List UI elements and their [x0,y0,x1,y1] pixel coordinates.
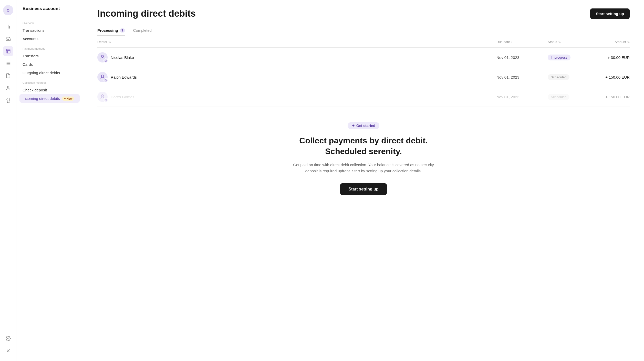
nav-icon-inbox[interactable] [3,34,13,44]
promo-section: ✦ Get started Collect payments by direct… [83,107,644,205]
table-row[interactable]: Nicolas Blake Nov 01, 2023 In progress +… [97,48,630,67]
sidebar-item-cards[interactable]: Cards [16,60,83,69]
sidebar-item-transfers[interactable]: Transfers [16,52,83,60]
page-title: Incoming direct debits [97,8,196,19]
due-date-1: Nov 01, 2023 [496,55,548,60]
svg-rect-3 [6,49,10,53]
icon-rail: Q [0,0,16,361]
status-3: Scheduled [548,94,589,100]
avatar-wrap-1 [97,52,108,62]
debtor-name-1: Nicolas Blake [111,55,134,60]
table-container: Debtor ⇅ Due date ↓ Status ⇅ Amount ⇅ [83,36,644,107]
main-content: Incoming direct debits Start setting up … [83,0,644,361]
sidebar-section-payment-methods: Payment methods [16,43,83,52]
nav-icon-close[interactable] [3,346,13,356]
get-started-tag[interactable]: ✦ Get started [348,122,379,129]
status-badge-2: Scheduled [548,74,569,80]
tab-completed[interactable]: Completed [133,25,152,36]
svg-point-12 [7,338,9,339]
table-row[interactable]: Dores Gomes Nov 01, 2023 Scheduled + 150… [97,87,630,107]
sidebar-item-outgoing-direct-debits[interactable]: Outgoing direct debits [16,69,83,77]
sidebar-item-incoming-direct-debits[interactable]: Incoming direct debits ✦ New [19,94,80,103]
nav-icon-user[interactable] [3,83,13,93]
avatar-badge-1 [103,58,108,63]
sidebar-item-accounts[interactable]: Accounts [16,35,83,43]
start-setting-up-header-button[interactable]: Start setting up [590,8,630,19]
svg-point-15 [105,60,107,62]
nav-icon-building[interactable] [3,46,13,56]
debtor-name-3: Dores Gomes [111,95,134,99]
debtor-name-2: Ralph Edwards [111,75,137,79]
sparkle-icon: ✦ [352,124,355,128]
debtor-cell-1: Nicolas Blake [97,52,496,62]
col-status[interactable]: Status ⇅ [548,40,589,44]
promo-description: Get paid on time with direct debit colle… [292,162,435,174]
tabs: Processing 3 Completed [83,25,644,36]
amount-3: + 150.00 EUR [589,95,630,99]
svg-point-10 [7,86,9,88]
nav-icon-chart[interactable] [3,22,13,32]
processing-count: 3 [120,28,125,33]
debtor-cell-2: Ralph Edwards [97,72,496,82]
new-badge: ✦ New [62,97,74,101]
due-date-2: Nov 01, 2023 [496,75,548,79]
status-2: Scheduled [548,74,589,80]
col-debtor[interactable]: Debtor ⇅ [97,40,496,44]
main-header: Incoming direct debits Start setting up [83,0,644,25]
col-due-date[interactable]: Due date ↓ [496,40,548,44]
sidebar-section-overview: Overview [16,17,83,26]
sidebar-brand: Business account [16,6,83,17]
nav-icon-receipt[interactable] [3,71,13,81]
sort-icon-status: ⇅ [558,40,561,44]
avatar-wrap-3 [97,92,108,102]
sort-icon-amount: ⇅ [627,40,630,44]
svg-point-11 [7,98,10,101]
sort-icon-due-date: ↓ [511,40,513,44]
nav-icon-settings[interactable] [3,333,13,344]
sidebar: Business account Overview Transactions A… [16,0,83,361]
table-row[interactable]: Ralph Edwards Nov 01, 2023 Scheduled + 1… [97,67,630,87]
avatar-wrap-2 [97,72,108,82]
due-date-3: Nov 01, 2023 [496,95,548,99]
sidebar-item-transactions[interactable]: Transactions [16,26,83,35]
col-amount[interactable]: Amount ⇅ [589,40,630,44]
sidebar-item-check-deposit[interactable]: Check deposit [16,86,83,94]
promo-title: Collect payments by direct debit. Schedu… [299,135,428,157]
sort-icon-debtor: ⇅ [108,40,111,44]
start-setting-up-promo-button[interactable]: Start setting up [340,183,387,195]
avatar-badge-2 [103,78,108,83]
status-badge-3: Scheduled [548,94,569,100]
nav-icon-list[interactable] [3,58,13,69]
icon-rail-bottom [3,333,13,356]
status-badge-1: In progress [548,55,570,60]
tab-processing[interactable]: Processing 3 [97,25,125,36]
table-header: Debtor ⇅ Due date ↓ Status ⇅ Amount ⇅ [97,36,630,48]
avatar[interactable]: Q [3,5,13,15]
status-1: In progress [548,55,589,60]
debtor-cell-3: Dores Gomes [97,92,496,102]
sidebar-section-collection-methods: Collection methods [16,77,83,86]
amount-1: + 30.00 EUR [589,55,630,60]
amount-2: + 150.00 EUR [589,75,630,79]
avatar-badge-3 [103,98,108,102]
nav-icon-award[interactable] [3,95,13,105]
